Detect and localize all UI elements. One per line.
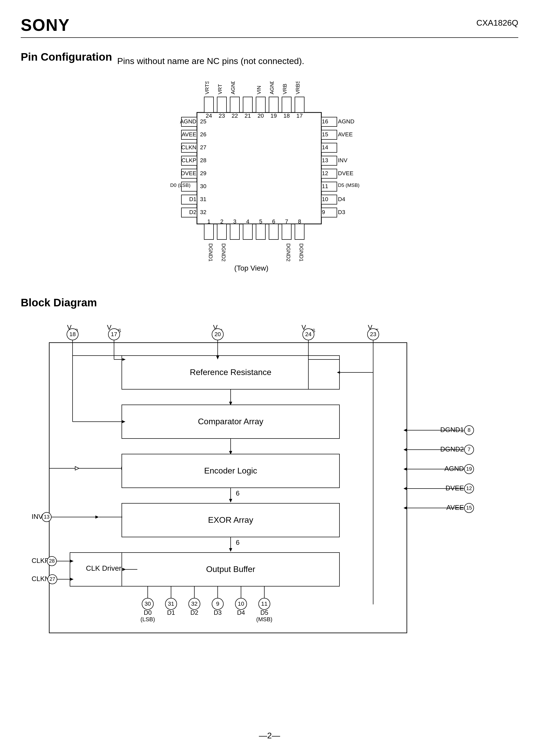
pin-config-section: Pin Configuration Pins without name are … [21, 51, 518, 276]
svg-text:10: 10 [322, 196, 328, 202]
svg-text:AVEE: AVEE [338, 131, 353, 138]
svg-text:23: 23 [370, 331, 376, 338]
svg-text:29: 29 [200, 170, 206, 177]
svg-text:12: 12 [322, 170, 328, 177]
svg-text:D2: D2 [191, 609, 198, 616]
svg-text:16: 16 [322, 118, 328, 125]
svg-text:DGND1: DGND1 [208, 243, 213, 262]
svg-text:19: 19 [270, 113, 277, 119]
pin-config-title-row: Pin Configuration Pins without name are … [21, 51, 518, 71]
svg-rect-75 [256, 224, 266, 240]
pin-config-subtitle: Pins without name are NC pins (not conne… [117, 56, 304, 66]
svg-text:VIN: VIN [256, 86, 262, 94]
svg-text:6: 6 [236, 539, 239, 546]
svg-text:D3: D3 [338, 209, 345, 215]
svg-text:Comparator Array: Comparator Array [198, 417, 264, 426]
svg-text:AGND: AGND [338, 118, 354, 125]
svg-text:11: 11 [322, 183, 328, 189]
svg-text:CLKP: CLKP [182, 157, 196, 164]
svg-text:VRB: VRB [282, 84, 288, 94]
svg-rect-74 [243, 224, 252, 240]
sony-logo: SONY [21, 16, 70, 35]
svg-rect-4 [243, 97, 252, 113]
svg-marker-153 [404, 506, 407, 509]
svg-text:D0: D0 [144, 609, 152, 616]
block-diagram-svg: VRB 18 VRBS 17 VIN 20 VRTS 24 VRT 23 [23, 319, 516, 656]
svg-marker-143 [404, 468, 407, 471]
svg-text:VRTS: VRTS [204, 81, 210, 94]
page-footer: —2— [0, 731, 539, 740]
svg-text:6: 6 [272, 218, 275, 225]
svg-rect-1 [204, 97, 213, 113]
svg-text:21: 21 [245, 113, 251, 119]
svg-text:31: 31 [200, 196, 206, 202]
page: SONY CXA1826Q Pin Configuration Pins wit… [0, 0, 539, 756]
svg-text:DGND2: DGND2 [440, 445, 464, 453]
svg-text:22: 22 [232, 113, 238, 119]
svg-text:12: 12 [466, 486, 472, 491]
svg-marker-174 [229, 548, 232, 552]
svg-text:28: 28 [200, 157, 206, 164]
svg-text:26: 26 [200, 131, 206, 138]
svg-text:25: 25 [200, 118, 206, 125]
svg-rect-78 [295, 224, 304, 240]
svg-text:DVEE: DVEE [181, 170, 196, 177]
svg-text:D5 (MSB): D5 (MSB) [338, 183, 359, 188]
svg-text:20: 20 [214, 331, 221, 338]
svg-text:VRT: VRT [217, 84, 223, 94]
pin-diagram-svg: 24 23 22 21 20 19 18 17 VRTS VRT AGND VI… [127, 81, 412, 276]
svg-text:AVEE: AVEE [182, 131, 196, 138]
svg-text:19: 19 [466, 466, 472, 472]
svg-marker-169 [95, 515, 99, 519]
svg-text:D0 (LSB): D0 (LSB) [170, 183, 191, 188]
svg-text:Output Buffer: Output Buffer [206, 565, 255, 574]
svg-rect-8 [295, 97, 304, 113]
svg-marker-138 [404, 448, 407, 451]
svg-rect-5 [256, 97, 266, 113]
svg-text:13: 13 [44, 514, 49, 520]
ic-diagram-wrapper: 24 23 22 21 20 19 18 17 VRTS VRT AGND VI… [21, 81, 518, 276]
svg-text:CLKN: CLKN [181, 144, 196, 151]
svg-text:9: 9 [216, 600, 219, 607]
svg-text:32: 32 [200, 209, 206, 215]
svg-text:18: 18 [283, 113, 290, 119]
svg-text:DVEE: DVEE [445, 484, 464, 492]
svg-text:D5: D5 [261, 609, 269, 616]
svg-marker-148 [404, 487, 407, 490]
svg-text:27: 27 [49, 576, 55, 582]
svg-text:32: 32 [191, 600, 197, 607]
svg-text:13: 13 [322, 157, 328, 164]
svg-text:23: 23 [219, 113, 225, 119]
svg-text:24: 24 [206, 113, 212, 119]
block-diagram-title: Block Diagram [21, 296, 518, 309]
svg-text:CLKP: CLKP [32, 557, 49, 565]
svg-text:AGND: AGND [269, 81, 275, 94]
svg-marker-163 [229, 499, 232, 502]
part-number: CXA1826Q [476, 16, 518, 28]
page-number: —2— [259, 731, 280, 740]
svg-rect-72 [217, 224, 226, 240]
svg-text:4: 4 [246, 218, 249, 225]
svg-text:24: 24 [305, 331, 311, 338]
svg-text:8: 8 [298, 218, 301, 225]
svg-text:D4: D4 [237, 609, 245, 616]
svg-text:15: 15 [322, 131, 328, 138]
svg-text:DVEE: DVEE [338, 170, 353, 177]
svg-rect-3 [230, 97, 239, 113]
block-diagram-section: Block Diagram VRB 18 VRBS 17 VIN 20 VRTS [21, 296, 518, 656]
svg-text:D1: D1 [167, 609, 175, 616]
svg-text:Reference Resistance: Reference Resistance [190, 367, 271, 377]
svg-text:9: 9 [322, 209, 325, 215]
svg-text:10: 10 [238, 600, 244, 607]
svg-text:28: 28 [49, 558, 55, 564]
svg-marker-157 [75, 467, 79, 470]
svg-rect-71 [204, 224, 213, 240]
svg-text:INV: INV [338, 157, 347, 164]
svg-text:(Top View): (Top View) [234, 264, 269, 272]
svg-text:30: 30 [145, 600, 151, 607]
svg-text:CLKN: CLKN [32, 575, 49, 583]
svg-rect-0 [197, 113, 321, 224]
pin-config-title: Pin Configuration [21, 51, 112, 63]
svg-rect-77 [282, 224, 291, 240]
svg-rect-2 [217, 97, 226, 113]
